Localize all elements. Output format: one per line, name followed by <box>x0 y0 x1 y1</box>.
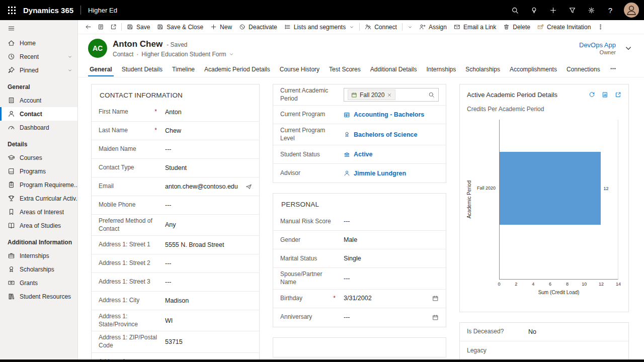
form-selector[interactable]: Contact · Higher Education Student Form <box>113 51 234 58</box>
sidebar-item-home[interactable]: Home <box>0 36 77 50</box>
save-button[interactable]: Save <box>123 20 153 34</box>
save-and-close-button[interactable]: Save & Close <box>153 20 207 34</box>
chart-y-axis-label: Academic Period <box>466 180 472 219</box>
tab-general[interactable]: General <box>88 62 114 76</box>
tab-test-scores[interactable]: Test Scores <box>328 62 362 76</box>
sidebar-item-area-of-studies[interactable]: Area of Studies <box>0 219 77 232</box>
more-tabs-button[interactable] <box>608 65 618 73</box>
sidebar-item-recent[interactable]: Recent <box>0 50 77 63</box>
app-title[interactable]: Dynamics 365 <box>23 6 73 15</box>
field-value[interactable]: 53715 <box>165 338 252 346</box>
owner-field[interactable]: DevOps App Owner <box>579 41 616 55</box>
top-app-bar: Dynamics 365 Higher Ed ? <box>0 0 644 20</box>
lookup-link-student-status[interactable]: Active <box>344 150 439 158</box>
quick-create-plus-icon[interactable] <box>544 2 561 19</box>
expand-chart-icon[interactable] <box>615 92 621 98</box>
field-value[interactable]: Chew <box>165 127 252 135</box>
open-in-new-window-button[interactable] <box>107 20 120 34</box>
field-value[interactable]: --- <box>165 278 252 286</box>
sidebar-item-internships[interactable]: Internships <box>0 249 77 262</box>
refresh-icon[interactable] <box>589 92 595 98</box>
create-invitation-button[interactable]: Create Invitation <box>534 20 594 34</box>
deactivate-button[interactable]: Deactivate <box>235 20 281 34</box>
view-records-icon[interactable] <box>602 92 608 98</box>
tab-timeline[interactable]: Timeline <box>171 62 196 76</box>
hamburger-menu-icon[interactable] <box>0 20 77 36</box>
show-form-tabs-button[interactable] <box>95 20 107 34</box>
waffle-menu-icon[interactable] <box>0 0 23 20</box>
search-icon[interactable] <box>506 2 523 19</box>
sidebar-item-dashboard[interactable]: Dashboard <box>0 121 77 134</box>
owner-value[interactable]: DevOps App <box>579 41 616 49</box>
lists-and-segments-button[interactable]: Lists and segments <box>281 20 358 34</box>
user-avatar[interactable] <box>624 3 639 18</box>
tab-connections[interactable]: Connections <box>565 62 602 76</box>
settings-gear-icon[interactable] <box>583 2 600 19</box>
field-value[interactable]: Student <box>165 164 252 172</box>
field-value[interactable]: --- <box>165 259 252 267</box>
tab-accomplishments[interactable]: Accomplishments <box>508 62 558 76</box>
lightbulb-icon[interactable] <box>525 2 542 19</box>
field-value[interactable]: Any <box>165 221 252 229</box>
sidebar-item-areas-of-interest[interactable]: Areas of Interest <box>0 205 77 219</box>
connect-flyout-button[interactable] <box>404 20 416 34</box>
field-value[interactable]: Anton <box>165 108 252 116</box>
field-value[interactable]: --- <box>344 275 439 283</box>
filter-icon[interactable] <box>564 2 581 19</box>
lists-icon <box>284 24 291 30</box>
field-value[interactable]: --- <box>165 201 252 209</box>
sidebar-item-scholarships[interactable]: Scholarships <box>0 262 77 276</box>
academic-period-lookup[interactable]: Fall 2020 <box>344 88 439 102</box>
sidebar-item-contact[interactable]: Contact <box>0 107 77 121</box>
tab-course-history[interactable]: Course History <box>278 62 321 76</box>
chevron-down-icon[interactable] <box>67 68 72 73</box>
sidebar-item-grants[interactable]: Grants <box>0 276 77 290</box>
lookup-link-current-program[interactable]: Accounting - Bachelors <box>344 111 439 119</box>
sidebar-item-pinned[interactable]: Pinned <box>0 63 77 77</box>
lookup-link-advisor[interactable]: Jimmie Lundgren <box>344 169 439 177</box>
sidebar-item-account[interactable]: Account <box>0 94 77 107</box>
tab-academic-period-details[interactable]: Academic Period Details <box>203 62 272 76</box>
more-commands-button[interactable] <box>594 20 607 34</box>
assign-button[interactable]: Assign <box>416 20 450 34</box>
calendar-icon[interactable] <box>432 314 439 321</box>
tab-internships[interactable]: Internships <box>425 62 458 76</box>
field-value[interactable]: Male <box>344 236 439 244</box>
field-value[interactable]: --- <box>344 217 439 225</box>
sidebar-item-extra-curricular[interactable]: Extra Curricular Activ... <box>0 192 77 205</box>
sidebar-item-student-resources[interactable]: Student Resources <box>0 290 77 303</box>
connect-button[interactable]: Connect <box>361 20 400 34</box>
field-value[interactable]: 5555 N. Broad Street <box>165 241 252 249</box>
sidebar-item-program-requirements[interactable]: Program Requireme... <box>0 178 77 192</box>
field-value[interactable]: No <box>528 328 621 336</box>
selected-record-chip[interactable]: Fall 2020 <box>348 89 395 100</box>
email-a-link-button[interactable]: Email a Link <box>450 20 500 34</box>
back-button[interactable] <box>82 20 95 34</box>
field-value[interactable]: --- <box>344 313 430 321</box>
chart-bar[interactable] <box>500 152 601 225</box>
field-value[interactable]: anton.chew@contoso.edu <box>165 183 244 191</box>
lookup-link-program-level[interactable]: Bachelors of Science <box>344 131 439 139</box>
remove-value-icon[interactable] <box>387 93 392 98</box>
new-button[interactable]: New <box>207 20 235 34</box>
environment-name[interactable]: Higher Ed <box>88 7 117 14</box>
tab-scholarships[interactable]: Scholarships <box>464 62 502 76</box>
chevron-down-icon[interactable] <box>67 54 72 59</box>
search-icon[interactable] <box>428 92 435 98</box>
field-value[interactable]: Madison <box>165 297 252 305</box>
field-value[interactable]: Single <box>344 254 439 262</box>
sidebar-item-programs[interactable]: Programs <box>0 164 77 178</box>
field-row: Last Name*Chew <box>92 122 259 140</box>
collapse-header-chevron-icon[interactable] <box>624 44 633 53</box>
field-row: Anniversary--- <box>273 308 446 327</box>
sidebar-item-courses[interactable]: Courses <box>0 151 77 164</box>
tab-student-details[interactable]: Student Details <box>120 62 164 76</box>
tab-additional-details[interactable]: Additional Details <box>369 62 419 76</box>
send-email-icon[interactable] <box>246 184 252 190</box>
help-icon[interactable]: ? <box>602 2 619 19</box>
field-value[interactable]: --- <box>165 145 252 153</box>
calendar-icon[interactable] <box>432 295 439 302</box>
delete-button[interactable]: Delete <box>500 20 534 34</box>
field-value[interactable]: 3/31/2002 <box>344 294 430 302</box>
field-value[interactable]: WI <box>165 317 252 325</box>
